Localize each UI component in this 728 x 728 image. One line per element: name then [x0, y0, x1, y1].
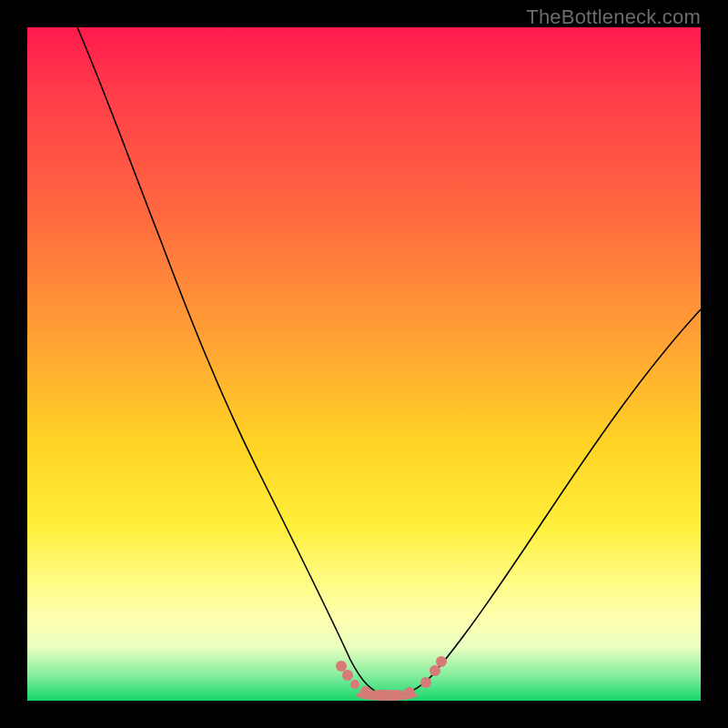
bottleneck-curve [27, 27, 701, 701]
marker-dot [389, 690, 400, 701]
marker-dot [336, 661, 347, 672]
marker-dot [430, 665, 440, 676]
watermark-text: TheBottleneck.com [526, 5, 701, 29]
plot-area [27, 27, 701, 701]
marker-dot [342, 670, 353, 681]
curve-path [77, 27, 701, 696]
marker-dot [350, 680, 359, 689]
marker-dot [375, 690, 386, 701]
chart-frame: TheBottleneck.com [0, 0, 728, 728]
marker-dot [404, 687, 415, 698]
marker-dot [436, 656, 447, 667]
marker-dot [420, 677, 431, 688]
marker-dot [360, 686, 371, 697]
